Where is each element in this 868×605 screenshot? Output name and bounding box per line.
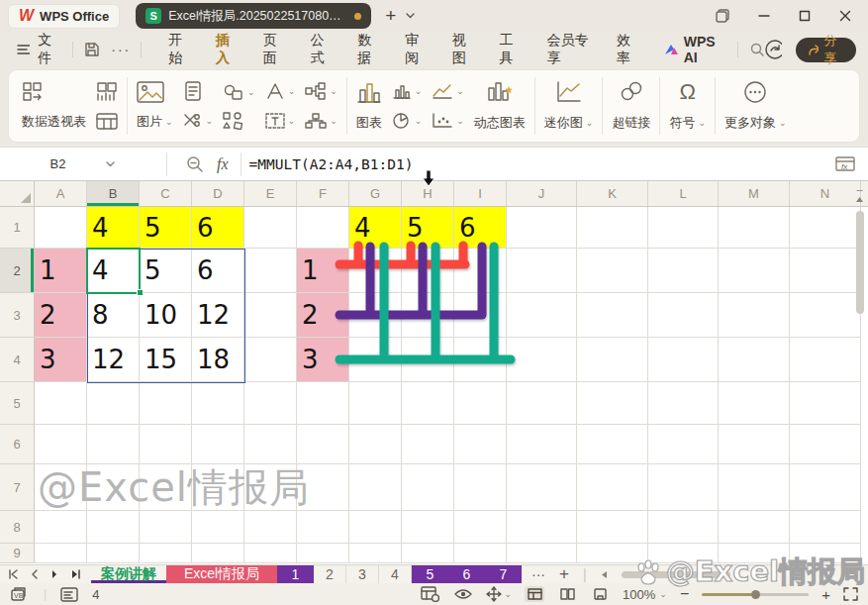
save-icon[interactable] [83, 42, 99, 57]
cell-H7[interactable] [402, 464, 454, 511]
menu-tab-数据[interactable]: 数据 [356, 26, 381, 73]
cell-M4[interactable] [719, 338, 790, 382]
pivot-table-icon[interactable] [22, 81, 46, 103]
minimize-button[interactable] [757, 9, 771, 23]
collapse-scrollbar-icon[interactable]: – [856, 183, 862, 196]
cell-C2[interactable]: 5 [140, 249, 192, 293]
textbox-icon[interactable] [265, 113, 285, 129]
column-header-J[interactable]: J [507, 181, 577, 206]
cell-K6[interactable] [577, 425, 648, 464]
name-box-chevron-icon[interactable] [105, 160, 116, 168]
menu-tab-视图[interactable]: 视图 [451, 26, 476, 73]
cell-C4[interactable]: 15 [140, 338, 192, 382]
cell-C1[interactable]: 5 [140, 207, 192, 249]
cell-C8[interactable] [140, 511, 192, 544]
cell-E3[interactable] [244, 293, 297, 338]
hyperlink-label[interactable]: 超链接 [612, 114, 650, 132]
cell-M1[interactable] [719, 207, 790, 249]
cell-L5[interactable] [648, 382, 719, 425]
cell-E2[interactable] [244, 249, 297, 293]
fill-handle[interactable] [137, 289, 144, 296]
cell-H9[interactable] [402, 544, 454, 563]
cell-M2[interactable] [719, 249, 790, 293]
formula-input[interactable]: =MMULT(A2:A4,B1:D1) [249, 156, 414, 172]
page-layout-view-button[interactable] [557, 586, 577, 602]
scroll-up-icon[interactable] [855, 196, 864, 203]
wordart-icon[interactable] [265, 82, 285, 100]
cell-A3[interactable]: 2 [35, 293, 87, 338]
sheet-tab-Excel情报局[interactable]: Excel情报局 [166, 565, 277, 583]
cell-K5[interactable] [577, 382, 648, 425]
name-box[interactable]: B2 [0, 156, 166, 171]
org-chart-icon[interactable] [305, 113, 327, 129]
cell-G9[interactable] [349, 544, 402, 563]
menu-tab-公式[interactable]: 公式 [309, 26, 334, 73]
cell-B1[interactable]: 4 [87, 207, 140, 249]
file-menu[interactable]: 文件 [38, 32, 62, 67]
cell-L7[interactable] [648, 464, 719, 511]
picture-label[interactable]: 图片 [137, 113, 162, 131]
cell-D9[interactable] [192, 544, 244, 563]
row-header-6[interactable]: 6 [0, 425, 35, 464]
cell-K4[interactable] [577, 338, 648, 382]
cell-E4[interactable] [244, 338, 297, 382]
cell-I2[interactable] [454, 249, 507, 293]
dynamic-chart-label[interactable]: 动态图表 [474, 114, 526, 132]
cell-I9[interactable] [454, 544, 507, 563]
wps-ai-menu[interactable]: WPS AI [684, 34, 727, 65]
cell-I7[interactable] [454, 464, 507, 511]
macro-status-icon[interactable]: VB [10, 586, 30, 602]
cell-E5[interactable] [244, 382, 297, 425]
pivot-chart-icon[interactable] [96, 81, 118, 103]
menu-tab-插入[interactable]: 插入 [215, 26, 240, 73]
shapes-icon[interactable] [223, 83, 244, 101]
menu-tab-开始[interactable]: 开始 [167, 26, 192, 73]
select-all-corner[interactable] [0, 181, 35, 206]
reading-eye-icon[interactable] [453, 587, 473, 601]
cell-D1[interactable]: 6 [192, 207, 244, 249]
previous-sheet-icon[interactable] [31, 569, 39, 579]
cell-K9[interactable] [577, 544, 648, 563]
cell-I6[interactable] [454, 425, 507, 464]
workspace-windows-icon[interactable] [715, 8, 730, 24]
cell-B8[interactable] [87, 511, 140, 544]
wps-office-brand[interactable]: W WPS Office [8, 4, 120, 29]
cell-G3[interactable] [349, 293, 402, 338]
cell-C5[interactable] [140, 382, 192, 425]
cell-B2[interactable]: 4 [87, 249, 140, 293]
cell-L6[interactable] [648, 425, 719, 464]
cell-L3[interactable] [648, 293, 719, 338]
more-sheets-button[interactable]: ··· [531, 566, 545, 582]
menu-tab-效率[interactable]: 效率 [616, 26, 640, 73]
cell-F2[interactable]: 1 [297, 249, 349, 293]
zoom-out-button[interactable]: − [680, 585, 689, 603]
row-header-1[interactable]: 1 [0, 207, 35, 249]
cell-C3[interactable]: 10 [140, 293, 192, 338]
cell-F8[interactable] [297, 511, 349, 544]
row-header-8[interactable]: 8 [0, 511, 35, 544]
cell-J5[interactable] [507, 382, 577, 425]
cell-D5[interactable] [192, 382, 244, 425]
maximize-button[interactable] [798, 9, 812, 23]
row-header-3[interactable]: 3 [0, 293, 35, 338]
table-settings-icon[interactable] [421, 586, 440, 602]
more-objects-label[interactable]: 更多对象 [724, 114, 776, 132]
sheet-tab-7[interactable]: 7 [485, 565, 522, 583]
symbol-label[interactable]: 符号 [669, 114, 695, 132]
cell-J3[interactable] [507, 293, 577, 338]
horizontal-scroll-thumb[interactable] [622, 571, 730, 578]
cell-D3[interactable]: 12 [192, 293, 244, 338]
cell-D8[interactable] [192, 511, 244, 544]
cell-H4[interactable] [402, 338, 454, 382]
sheet-tab-1[interactable]: 1 [277, 565, 314, 583]
vertical-scroll-thumb[interactable] [856, 211, 864, 314]
cell-G8[interactable] [349, 511, 402, 544]
chart-label[interactable]: 图表 [356, 114, 382, 132]
column-header-A[interactable]: A [35, 181, 87, 206]
cell-M3[interactable] [719, 293, 790, 338]
sheet-tab-3[interactable]: 3 [346, 565, 379, 583]
cell-E6[interactable] [244, 425, 297, 464]
zoom-in-button[interactable]: + [821, 586, 830, 603]
cell-B9[interactable] [87, 544, 140, 563]
column-header-C[interactable]: C [140, 181, 192, 206]
